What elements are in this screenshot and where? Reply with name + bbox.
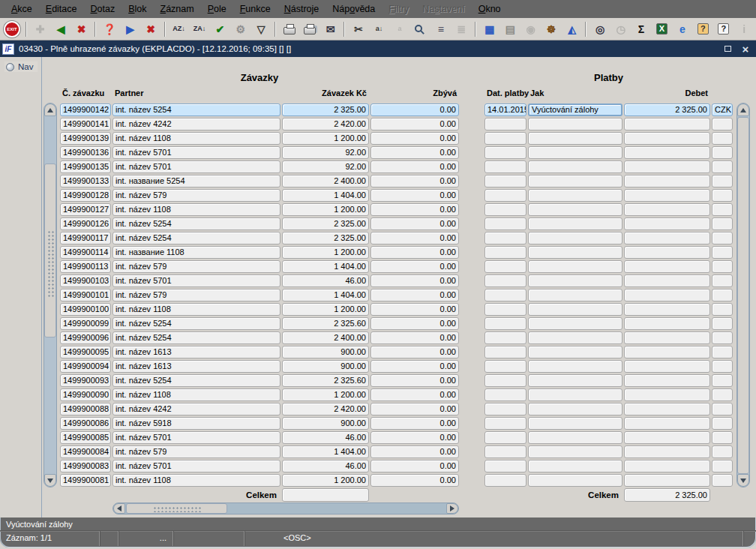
filter-icon[interactable]: ▽ [254, 20, 269, 39]
cell[interactable]: 1499900083 [60, 460, 111, 472]
cell[interactable]: 2 325.00 [282, 104, 369, 116]
cell[interactable]: 0.00 [370, 360, 459, 373]
cell[interactable] [712, 260, 733, 273]
cell[interactable]: 92.00 [282, 146, 369, 159]
cell[interactable] [484, 374, 526, 387]
cell[interactable] [624, 417, 710, 430]
zavazky-row[interactable]: 1499900088int. název 42422 420.000.00 [60, 402, 459, 416]
cell[interactable] [528, 374, 622, 387]
cell[interactable] [712, 474, 733, 487]
restore-window-button[interactable] [720, 42, 735, 56]
zavazky-row[interactable]: 1499900133int. название 52542 400.000.00 [60, 174, 459, 188]
cell[interactable]: 0.00 [370, 417, 459, 430]
zavazky-row[interactable]: 1499900101int. název 5791 404.000.00 [60, 288, 459, 302]
scrollbar-thumb[interactable] [44, 164, 56, 338]
scrollbar-thumb[interactable] [126, 503, 227, 514]
cell[interactable] [712, 274, 733, 287]
cell[interactable] [484, 431, 526, 444]
menu-funkce[interactable]: Funkce [233, 2, 278, 16]
cell[interactable] [484, 160, 526, 173]
cell[interactable] [712, 374, 733, 387]
cell[interactable]: 0.00 [370, 104, 459, 116]
mail-icon[interactable]: ✉ [322, 20, 338, 39]
copy-record-icon[interactable]: a [392, 20, 407, 39]
cell[interactable] [624, 160, 710, 173]
cell[interactable]: 1499900101 [60, 289, 111, 302]
zavazky-row[interactable]: 1499900094int. název 1613900.000.00 [60, 359, 459, 374]
cell[interactable]: 2 325.00 [624, 104, 710, 116]
cell[interactable] [484, 232, 526, 244]
zavazky-row[interactable]: 1499900114int. название 11081 200.000.00 [60, 245, 459, 260]
cell[interactable]: 0.00 [370, 132, 459, 145]
zavazky-row[interactable]: 1499900083int. název 570146.000.00 [60, 459, 459, 473]
menu-dotaz[interactable]: Dotaz [84, 2, 122, 16]
cell[interactable] [528, 175, 622, 188]
cell[interactable]: 1499900085 [60, 431, 111, 444]
cell[interactable] [484, 175, 526, 188]
cell[interactable] [624, 232, 710, 244]
platby-row[interactable] [484, 416, 733, 430]
cell[interactable]: 1499900093 [60, 374, 111, 387]
cell[interactable]: 0.00 [370, 289, 459, 302]
cell[interactable]: 1 404.00 [282, 289, 369, 302]
cell[interactable]: int. název 4242 [112, 118, 280, 130]
cell[interactable]: 2 400.00 [282, 332, 369, 344]
cell[interactable]: 0.00 [370, 274, 459, 287]
wrench-icon[interactable]: ⚙ [232, 20, 248, 39]
cell[interactable]: int. název 579 [112, 289, 280, 302]
cell[interactable] [624, 246, 710, 259]
cell[interactable] [712, 246, 733, 259]
cell[interactable]: 900.00 [282, 346, 369, 358]
cell[interactable] [484, 189, 526, 202]
cell[interactable] [484, 417, 526, 430]
scroll-up-button[interactable] [44, 104, 56, 116]
zavazky-row[interactable]: 1499900141int. název 42422 420.000.00 [60, 117, 459, 131]
cell[interactable]: int. název 5254 [112, 332, 280, 344]
cell[interactable]: 46.00 [282, 431, 369, 444]
cell[interactable]: int. název 5254 [112, 218, 280, 230]
cell[interactable] [712, 203, 733, 216]
copy-field-icon[interactable]: a↓ [371, 20, 387, 39]
zavazky-row[interactable]: 1499900139int. název 11081 200.000.00 [60, 131, 459, 146]
cell[interactable]: 1499900095 [60, 346, 111, 358]
cell[interactable] [712, 218, 733, 230]
platby-row[interactable] [484, 260, 733, 274]
cell[interactable] [528, 417, 622, 430]
zavazky-row[interactable]: 1499900099int. název 52542 325.600.00 [60, 316, 459, 331]
zavazky-row[interactable]: 1499900095int. název 1613900.000.00 [60, 345, 459, 359]
platby-row[interactable] [484, 146, 733, 160]
cell[interactable] [624, 132, 710, 145]
cell[interactable]: 0.00 [370, 175, 459, 188]
help-icon[interactable]: ? [716, 20, 731, 39]
zavazky-row[interactable]: 1499900103int. název 570146.000.00 [60, 274, 459, 288]
platby-row[interactable] [484, 202, 733, 217]
cell[interactable] [484, 203, 526, 216]
zavazky-scrollbar-horizontal[interactable] [112, 502, 459, 514]
insert-record-icon[interactable]: ✚ [32, 20, 48, 39]
zavazky-row[interactable]: 1499900113int. název 5791 404.000.00 [60, 260, 459, 274]
platby-row[interactable] [484, 359, 733, 374]
cell[interactable] [484, 474, 526, 487]
cell[interactable] [624, 289, 710, 302]
cell[interactable]: 900.00 [282, 417, 369, 430]
info-icon[interactable]: i [736, 20, 752, 39]
cell[interactable] [712, 118, 733, 130]
cell[interactable] [484, 118, 526, 130]
cell[interactable] [528, 146, 622, 159]
cell[interactable] [484, 303, 526, 316]
cell[interactable] [712, 446, 733, 458]
cell[interactable]: int. název 5701 [112, 460, 280, 472]
cell[interactable]: 46.00 [282, 274, 369, 287]
cell[interactable]: 1499900127 [60, 203, 111, 216]
close-window-button[interactable]: × [738, 42, 753, 56]
cell[interactable] [484, 346, 526, 358]
zavazky-row[interactable]: 1499900090int. název 11081 200.000.00 [60, 388, 459, 402]
cell[interactable]: int. název 1108 [112, 203, 280, 216]
platby-row[interactable] [484, 388, 733, 402]
cell[interactable]: 0.00 [370, 388, 459, 401]
enter-query-icon[interactable]: ❓ [101, 20, 117, 39]
cell[interactable]: 0.00 [370, 203, 459, 216]
cell[interactable] [624, 118, 710, 130]
cell[interactable]: 1499900113 [60, 260, 111, 273]
cell[interactable]: 0.00 [370, 403, 459, 416]
